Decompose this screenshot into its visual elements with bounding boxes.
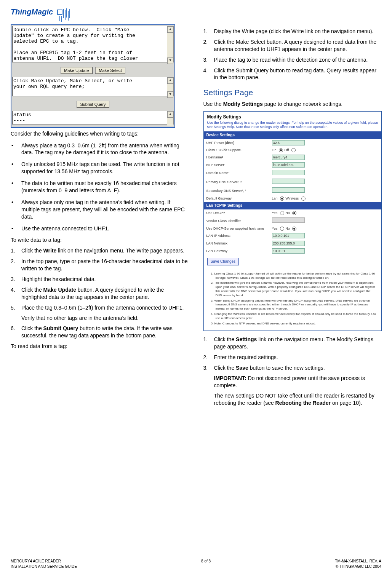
footer-title: MERCURY4 AGILE READER xyxy=(11,559,77,564)
uhf-power-input[interactable]: 32.5 xyxy=(272,140,305,145)
step: In the top pane, type or paste the 16-ch… xyxy=(11,258,189,272)
radio-lan[interactable] xyxy=(280,196,284,201)
radio-yes[interactable] xyxy=(280,227,284,231)
bullet: The data to be written must be exactly 1… xyxy=(11,180,189,194)
step-sub: Verify that no other tags are in the ant… xyxy=(21,315,189,322)
step: Click the Make Update button. A query de… xyxy=(11,286,189,301)
vci-input[interactable] xyxy=(272,217,305,223)
sdns-input[interactable] xyxy=(272,187,305,193)
section-bar: Device Settings xyxy=(204,131,381,139)
page-footer: MERCURY4 AGILE READER INSTALLATION AND S… xyxy=(11,557,381,569)
step: Enter the required settings. xyxy=(203,354,382,361)
barcode-icon xyxy=(54,7,77,23)
top-pane xyxy=(12,26,174,62)
settings-desc: Use the Modify Settings page to change n… xyxy=(203,101,382,108)
step: Click the Settings link on the navigatio… xyxy=(203,336,382,350)
settings-heading: Settings Page xyxy=(203,87,382,98)
step: Click the Save button to save the new se… xyxy=(203,364,382,406)
important-note: IMPORTANT: Do not disconnect power until… xyxy=(214,375,382,389)
domain-input[interactable] xyxy=(272,170,305,175)
scrollbar: ▲ xyxy=(167,111,173,126)
panel-title: Modify Settings xyxy=(204,112,381,121)
radio-no[interactable] xyxy=(292,211,296,215)
write-page-screenshot: ▲▼ Make Update Make Select ▲▼ Submit Que… xyxy=(11,24,175,128)
radio-wireless[interactable] xyxy=(301,196,306,201)
bullet: Use the antenna connected to UHF1. xyxy=(11,225,189,232)
scrollbar: ▲▼ xyxy=(167,26,173,64)
step: Display the Write page (click the Write … xyxy=(203,28,382,35)
step: Highlight the hexadecimal data. xyxy=(11,276,189,283)
scrollbar: ▲▼ xyxy=(167,77,173,98)
restart-note: The new settings DO NOT take effect unti… xyxy=(214,392,382,407)
radio-no[interactable] xyxy=(292,227,296,231)
page-number: 8 of 8 xyxy=(77,559,335,564)
langw-input[interactable]: 10.0.0.1 xyxy=(272,248,305,254)
save-changes-button[interactable]: Save Changes xyxy=(207,258,239,265)
footer-subtitle: INSTALLATION AND SERVICE GUIDE xyxy=(11,564,77,569)
make-select-button[interactable]: Make Select xyxy=(95,67,125,74)
bullet: Always place only one tag in the antenna… xyxy=(11,199,189,220)
footer-copyright: © THINGMAGIC LLC 2004 xyxy=(335,564,381,569)
status-pane xyxy=(12,111,174,125)
footnotes: 1. Leaving Class 1 96-bit support turned… xyxy=(204,268,381,331)
step: Click the Submit Query button to write t… xyxy=(11,325,189,339)
panel-hint: Use the following dialog to change the r… xyxy=(204,121,381,132)
step: Click the Make Select button. A query de… xyxy=(203,38,382,53)
read-intro: To read data from a tag: xyxy=(11,343,189,350)
ntp-input[interactable]: louie.udel.edu xyxy=(272,162,305,168)
step: Place the tag 0.3–0.6m (1–2ft) from the … xyxy=(11,304,189,322)
radio-yes[interactable] xyxy=(280,211,284,215)
bullet: Only unlocked 915 MHz tags can be used. … xyxy=(11,161,189,175)
make-update-button[interactable]: Make Update xyxy=(61,67,92,74)
header-logo: ThingMagic xyxy=(11,7,381,23)
modify-settings-screenshot: Modify Settings Use the following dialog… xyxy=(203,111,382,332)
radio-off[interactable] xyxy=(291,148,296,152)
radio-on[interactable] xyxy=(279,148,283,152)
step: Click the Submit Query button to read ta… xyxy=(203,67,382,81)
write-intro: To write data to a tag: xyxy=(11,236,189,244)
footer-docid: TM-M4-X-INSTALL, REV. A xyxy=(335,559,381,564)
center-pane xyxy=(12,77,174,96)
pdns-input[interactable] xyxy=(272,179,305,184)
step: Place the tag to be read within the dete… xyxy=(203,56,382,64)
guidelines-intro: Consider the following guidelines when w… xyxy=(11,130,189,137)
hostname-input[interactable]: mercury4 xyxy=(272,155,305,160)
bullet: Always place a tag 0.3–0.6m (1–2ft) from… xyxy=(11,142,189,157)
step: Click the Write link on the navigation m… xyxy=(11,247,189,254)
lanip-input[interactable]: 10.0.0.101 xyxy=(272,233,305,238)
brand-name: ThingMagic xyxy=(11,7,53,17)
submit-query-button[interactable]: Submit Query xyxy=(77,101,109,108)
section-bar: Lan TCP/IP Settings xyxy=(204,202,381,209)
lanmask-input[interactable]: 255.255.255.0 xyxy=(272,241,305,246)
